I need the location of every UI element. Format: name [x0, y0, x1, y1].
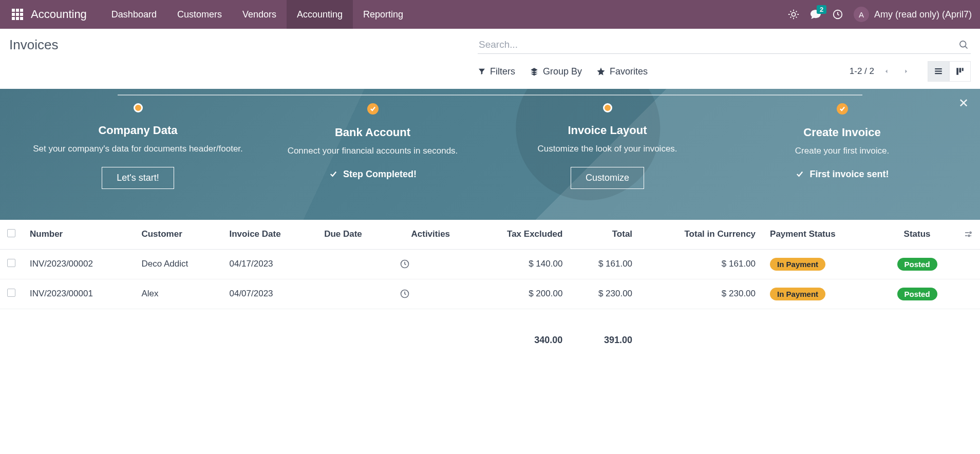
onboarding-banner: ✕ Company Data Set your company's data f…	[0, 89, 980, 220]
step-dot-done-icon	[367, 103, 379, 115]
step-create-invoice: Create Invoice Create your first invoice…	[725, 103, 959, 189]
list-icon	[933, 67, 944, 76]
star-icon	[596, 67, 606, 76]
apps-icon	[12, 9, 23, 20]
svg-rect-3	[935, 68, 942, 69]
sliders-icon	[964, 230, 973, 239]
col-total[interactable]: Total	[570, 220, 639, 250]
messages-badge: 2	[817, 5, 826, 14]
kanban-icon	[955, 67, 965, 76]
app-title[interactable]: Accounting	[31, 8, 87, 21]
nav-item-customers[interactable]: Customers	[167, 0, 232, 29]
pager-next[interactable]	[899, 65, 913, 78]
clock-icon[interactable]	[400, 289, 462, 299]
status-badge: Posted	[897, 288, 937, 300]
nav-item-dashboard[interactable]: Dashboard	[101, 0, 167, 29]
table-row[interactable]: INV/2023/00001Alex04/07/2023$ 200.00$ 23…	[0, 279, 980, 309]
step-dot-pending-icon	[603, 103, 612, 112]
breadcrumb[interactable]: Invoices	[9, 37, 58, 53]
layers-icon	[530, 67, 539, 76]
svg-rect-4	[935, 71, 942, 72]
nav-item-vendors[interactable]: Vendors	[232, 0, 287, 29]
nav-item-accounting[interactable]: Accounting	[287, 0, 353, 29]
svg-point-10	[968, 235, 970, 237]
col-invoice-date[interactable]: Invoice Date	[222, 220, 317, 250]
cell-payment-status: In Payment	[763, 249, 878, 279]
cell-number: INV/2023/00001	[23, 279, 134, 309]
step-completed-label: Step Completed!	[329, 169, 417, 180]
messages-icon[interactable]: 2	[809, 8, 822, 21]
first-invoice-sent-label: First invoice sent!	[795, 169, 889, 180]
close-onboarding-button[interactable]: ✕	[958, 96, 969, 110]
cell-due-date	[317, 249, 392, 279]
svg-point-9	[970, 232, 971, 234]
lets-start-button[interactable]: Let's start!	[102, 167, 174, 189]
step-desc: Create your first invoice.	[735, 144, 949, 158]
pager-range[interactable]: 1-2 / 2	[850, 66, 874, 77]
status-badge: Posted	[897, 258, 937, 271]
svg-rect-6	[956, 68, 958, 75]
groupby-button[interactable]: Group By	[530, 66, 582, 77]
step-bank-account: Bank Account Connect your financial acco…	[255, 103, 490, 189]
view-switcher	[928, 61, 971, 82]
col-customer[interactable]: Customer	[134, 220, 222, 250]
cell-invoice-date: 04/07/2023	[222, 279, 317, 309]
filters-button[interactable]: Filters	[478, 66, 515, 77]
cell-status: Posted	[878, 279, 956, 309]
favorites-button[interactable]: Favorites	[596, 66, 648, 77]
user-menu[interactable]: A Amy (read only) (April7)	[854, 7, 972, 22]
search-input[interactable]	[478, 36, 971, 53]
groupby-label: Group By	[543, 66, 582, 77]
step-title: Create Invoice	[735, 126, 949, 139]
payment-status-badge: In Payment	[770, 258, 825, 271]
svg-rect-5	[935, 73, 942, 74]
cell-total-currency: $ 161.00	[639, 249, 763, 279]
cell-due-date	[317, 279, 392, 309]
progress-line	[118, 94, 862, 96]
step-title: Invoice Layout	[500, 124, 714, 137]
step-desc: Set your company's data for documents he…	[31, 142, 245, 156]
col-tax-excluded[interactable]: Tax Excluded	[469, 220, 570, 250]
col-number[interactable]: Number	[23, 220, 134, 250]
row-checkbox[interactable]	[7, 259, 15, 267]
cell-total: $ 161.00	[570, 249, 639, 279]
pager: 1-2 / 2	[850, 65, 913, 78]
cell-total: $ 230.00	[570, 279, 639, 309]
search-icon[interactable]	[958, 40, 969, 50]
pager-prev[interactable]	[879, 65, 894, 78]
check-icon	[795, 169, 804, 179]
invoice-table: Number Customer Invoice Date Due Date Ac…	[0, 220, 980, 354]
kanban-view-button[interactable]	[949, 61, 971, 82]
step-company-data: Company Data Set your company's data for…	[21, 103, 255, 189]
filters-label: Filters	[490, 66, 515, 77]
svg-rect-7	[959, 68, 962, 72]
optional-columns-button[interactable]	[956, 220, 980, 250]
nav-menu: Dashboard Customers Vendors Accounting R…	[101, 0, 413, 29]
nav-item-reporting[interactable]: Reporting	[353, 0, 413, 29]
nav-right: 2 A Amy (read only) (April7)	[788, 7, 972, 22]
col-total-currency[interactable]: Total in Currency	[639, 220, 763, 250]
clock-icon[interactable]	[400, 259, 462, 269]
cell-tax-excluded: $ 200.00	[469, 279, 570, 309]
col-due-date[interactable]: Due Date	[317, 220, 392, 250]
debug-icon[interactable]	[788, 9, 799, 20]
funnel-icon	[478, 67, 486, 75]
col-payment-status[interactable]: Payment Status	[763, 220, 878, 250]
check-icon	[329, 169, 338, 179]
list-view-button[interactable]	[928, 61, 949, 82]
activities-icon[interactable]	[832, 9, 843, 20]
step-desc: Customize the look of your invoices.	[500, 142, 714, 156]
row-checkbox[interactable]	[7, 289, 15, 297]
customize-button[interactable]: Customize	[571, 167, 644, 189]
table-row[interactable]: INV/2023/00002Deco Addict04/17/2023$ 140…	[0, 249, 980, 279]
col-activities[interactable]: Activities	[392, 220, 469, 250]
col-status[interactable]: Status	[878, 220, 956, 250]
table-totals-row: 340.00 391.00	[0, 309, 980, 354]
select-all-checkbox[interactable]	[7, 229, 15, 237]
avatar: A	[854, 7, 869, 22]
apps-button[interactable]	[8, 5, 27, 24]
cell-customer: Deco Addict	[134, 249, 222, 279]
cell-number: INV/2023/00002	[23, 249, 134, 279]
cell-tax-excluded: $ 140.00	[469, 249, 570, 279]
search-box[interactable]	[478, 36, 971, 54]
